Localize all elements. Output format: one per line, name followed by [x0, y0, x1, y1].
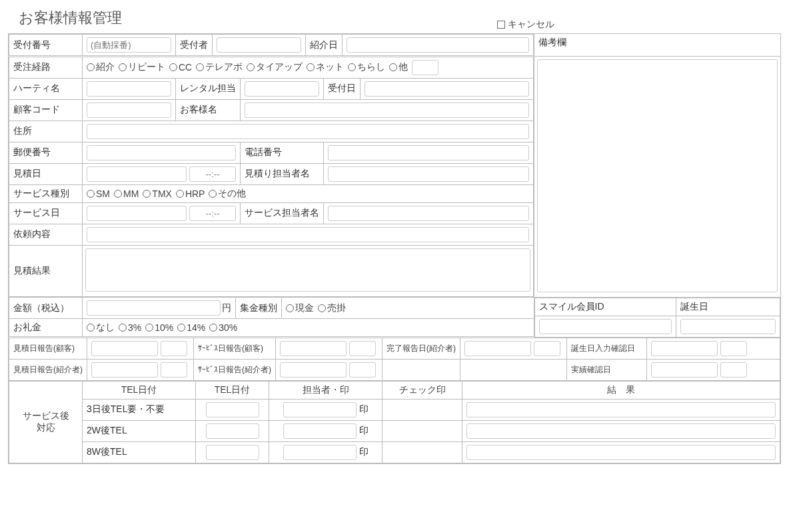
label-done-report-intro: 完了報告日(紹介者) — [383, 338, 460, 359]
service-date-input[interactable] — [87, 206, 187, 221]
radio-label: 3% — [128, 322, 141, 333]
phone-input[interactable] — [328, 145, 529, 160]
label-smile-id: スマイル会員ID — [534, 298, 676, 316]
radio-icon — [87, 190, 95, 198]
address-input[interactable] — [87, 124, 529, 139]
label-amount: 金額（税込） — [9, 298, 83, 319]
row-2w-tel[interactable] — [206, 423, 259, 439]
label-customer-name: お客様名 — [176, 99, 241, 121]
smile-id-input[interactable] — [539, 319, 672, 334]
radio-option[interactable]: MM — [114, 188, 139, 199]
radio-option[interactable]: TMX — [143, 188, 172, 199]
svc-report-cust-extra[interactable] — [349, 341, 376, 356]
service-pic-input[interactable] — [328, 206, 529, 221]
customer-code-input[interactable] — [87, 103, 171, 118]
radio-label: MM — [123, 188, 139, 199]
radio-option[interactable]: 14% — [177, 322, 205, 333]
request-input[interactable] — [87, 227, 529, 242]
amount-input[interactable] — [87, 300, 221, 316]
intro-date-input[interactable] — [347, 37, 529, 53]
receiver-input[interactable] — [217, 37, 301, 53]
birthday-input[interactable] — [680, 319, 776, 334]
label-address: 住所 — [9, 121, 83, 142]
order-route-radios[interactable]: 紹介リピートCCテレアポタイアップネットちらし他 — [87, 60, 529, 75]
estimate-pic-input[interactable] — [328, 166, 529, 182]
remarks-textarea[interactable] — [537, 59, 778, 292]
cancel-label: キャンセル — [508, 19, 554, 31]
radio-option[interactable]: 10% — [145, 322, 173, 333]
result-confirm-extra[interactable] — [720, 362, 747, 378]
gratitude-radios[interactable]: なし3%10%14%30% — [87, 322, 530, 334]
radio-option[interactable]: 30% — [209, 322, 237, 333]
postal-input[interactable] — [87, 145, 236, 160]
row-3d-result[interactable] — [466, 402, 776, 417]
radio-option[interactable]: SM — [87, 188, 110, 199]
row-8w-pic[interactable] — [283, 445, 357, 460]
col-check-stamp: チェック印 — [383, 381, 462, 399]
radio-icon — [169, 63, 177, 71]
label-rental-pic: レンタル担当 — [176, 78, 241, 99]
radio-option[interactable]: HRP — [176, 188, 205, 199]
radio-option[interactable]: CC — [169, 62, 192, 73]
radio-option[interactable]: 紹介 — [87, 61, 115, 73]
row-8w-tel[interactable] — [206, 445, 259, 460]
cancel-control[interactable]: キャンセル — [497, 19, 554, 31]
radio-label: 10% — [155, 322, 173, 333]
radio-option[interactable]: 3% — [119, 322, 141, 333]
party-name-input[interactable] — [87, 81, 171, 97]
estimate-time-input[interactable] — [189, 166, 236, 182]
receipt-no-input[interactable] — [87, 37, 171, 53]
birth-confirm-date[interactable] — [651, 341, 718, 356]
radio-icon — [114, 190, 122, 198]
radio-option[interactable]: その他 — [209, 188, 246, 200]
row-8w-result[interactable] — [466, 445, 776, 460]
radio-label: CC — [179, 62, 192, 73]
label-customer-code: 顧客コード — [9, 99, 83, 121]
radio-option[interactable]: 現金 — [286, 302, 314, 314]
radio-label: 紹介 — [96, 61, 115, 73]
radio-label: テレアポ — [205, 61, 243, 73]
svc-report-cust-date[interactable] — [280, 341, 347, 356]
svc-report-intro-extra[interactable] — [349, 362, 376, 378]
radio-option[interactable]: タイアップ — [247, 61, 303, 73]
customer-name-input[interactable] — [245, 103, 529, 118]
estimate-result-input[interactable] — [85, 248, 530, 292]
row-2w-pic[interactable] — [283, 423, 357, 439]
birth-confirm-extra[interactable] — [720, 341, 747, 356]
radio-option[interactable]: ちらし — [348, 61, 385, 73]
row-2w-result[interactable] — [466, 423, 776, 439]
radio-label: 売掛 — [327, 302, 346, 314]
est-report-intro-extra[interactable] — [161, 362, 187, 378]
collect-type-radios[interactable]: 現金売掛 — [286, 302, 530, 314]
radio-other-input[interactable] — [412, 60, 438, 75]
table-row: 3日後TEL要・不要 印 — [9, 399, 780, 420]
est-report-intro-date[interactable] — [91, 362, 158, 378]
radio-label: ネット — [316, 61, 344, 73]
done-report-intro-extra[interactable] — [534, 341, 560, 356]
radio-option[interactable]: 他 — [389, 61, 408, 73]
label-estimate-date: 見積日 — [9, 163, 83, 184]
service-time-input[interactable] — [189, 206, 236, 221]
service-type-radios[interactable]: SMMMTMXHRPその他 — [87, 188, 529, 200]
label-after-service: サービス後 対応 — [9, 381, 83, 463]
svc-report-intro-date[interactable] — [280, 362, 347, 378]
done-report-intro-date[interactable] — [464, 341, 531, 356]
row-3d-pic[interactable] — [283, 402, 357, 417]
radio-option[interactable]: テレアポ — [196, 61, 243, 73]
radio-label: 30% — [219, 322, 237, 333]
row-3d-tel[interactable] — [206, 402, 259, 417]
radio-option[interactable]: 売掛 — [318, 302, 346, 314]
label-svc-report-intro: ｻｰﾋﾞｽ日報告(紹介者) — [194, 359, 276, 380]
radio-option[interactable]: なし — [87, 322, 115, 334]
radio-option[interactable]: リピート — [119, 61, 165, 73]
radio-label: TMX — [152, 188, 172, 199]
result-confirm-date[interactable] — [651, 362, 718, 378]
rental-pic-input[interactable] — [245, 81, 319, 97]
receipt-date-input[interactable] — [365, 81, 529, 97]
estimate-date-input[interactable] — [87, 166, 187, 182]
yen-unit: 円 — [222, 302, 231, 314]
est-report-cust-date[interactable] — [91, 341, 158, 356]
radio-icon — [145, 324, 153, 332]
est-report-cust-extra[interactable] — [161, 341, 187, 356]
radio-option[interactable]: ネット — [307, 61, 344, 73]
